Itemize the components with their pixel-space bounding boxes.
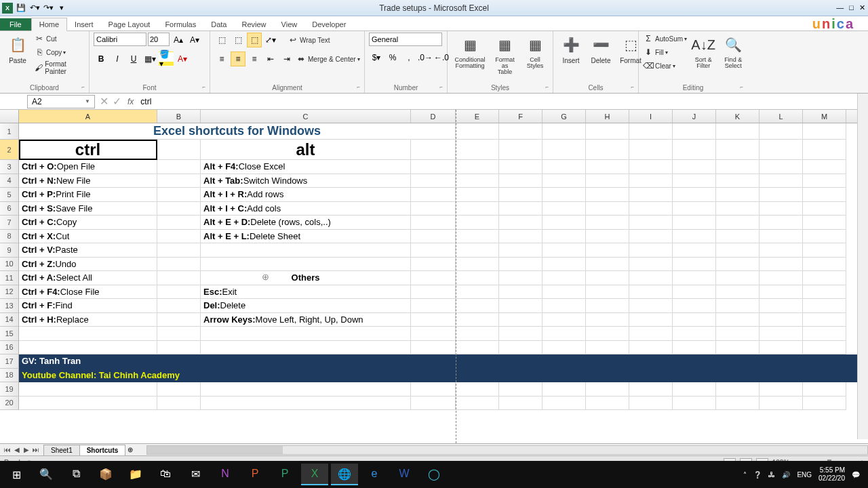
sort-filter-button[interactable]: A↓ZSort & Filter bbox=[690, 33, 717, 70]
row-header-7[interactable]: 7 bbox=[0, 216, 19, 230]
network-icon[interactable]: 🖧 bbox=[768, 471, 775, 479]
cell[interactable]: Ctrl + S: Save File bbox=[19, 202, 157, 216]
fill-color-button[interactable]: 🪣▾ bbox=[159, 52, 174, 66]
cell[interactable] bbox=[157, 271, 201, 285]
first-sheet-button[interactable]: ⏮ bbox=[3, 446, 12, 453]
cell[interactable] bbox=[803, 174, 846, 188]
cell[interactable] bbox=[716, 396, 760, 411]
cell[interactable] bbox=[542, 299, 586, 313]
cell[interactable] bbox=[803, 243, 846, 258]
fill-button[interactable]: ⬇Fill▾ bbox=[643, 46, 687, 58]
cell[interactable] bbox=[499, 313, 542, 327]
cell[interactable] bbox=[716, 299, 760, 313]
developer-tab[interactable]: Developer bbox=[304, 18, 353, 30]
cell[interactable] bbox=[586, 299, 629, 313]
cell[interactable] bbox=[673, 202, 716, 216]
cell[interactable] bbox=[499, 140, 542, 160]
cell[interactable] bbox=[19, 382, 157, 396]
dropbox-icon[interactable]: 📦 bbox=[92, 464, 119, 485]
cell[interactable] bbox=[499, 123, 542, 140]
cell[interactable] bbox=[629, 313, 673, 327]
format-painter-button[interactable]: 🖌Format Painter bbox=[34, 60, 85, 76]
cell[interactable] bbox=[673, 369, 716, 383]
cell[interactable] bbox=[542, 188, 586, 202]
cell[interactable] bbox=[157, 216, 201, 230]
cell[interactable] bbox=[201, 382, 411, 396]
cell[interactable] bbox=[157, 396, 201, 411]
cell[interactable] bbox=[760, 327, 803, 341]
sheet-tab-shortcuts[interactable]: Shortcuts bbox=[79, 445, 126, 455]
cell[interactable] bbox=[542, 123, 586, 140]
autosum-button[interactable]: ΣAutoSum▾ bbox=[643, 33, 687, 45]
excel-taskbar-icon[interactable]: X bbox=[301, 464, 328, 485]
cell[interactable] bbox=[803, 230, 846, 244]
cell[interactable] bbox=[803, 396, 846, 411]
cell[interactable] bbox=[760, 216, 803, 230]
align-top-button[interactable]: ⬚ bbox=[214, 33, 229, 47]
cell[interactable] bbox=[760, 123, 803, 140]
cell[interactable] bbox=[716, 369, 760, 383]
cell[interactable] bbox=[411, 382, 456, 396]
cell[interactable] bbox=[157, 140, 201, 160]
cell[interactable] bbox=[157, 285, 201, 300]
cell[interactable] bbox=[760, 140, 803, 160]
cell[interactable] bbox=[201, 243, 411, 258]
row-header-11[interactable]: 11 bbox=[0, 271, 19, 285]
row-header-4[interactable]: 4 bbox=[0, 174, 19, 188]
cell[interactable] bbox=[499, 382, 542, 396]
col-header-L[interactable]: L bbox=[760, 110, 803, 123]
row-header-2[interactable]: 2 bbox=[0, 140, 19, 160]
cell[interactable] bbox=[629, 202, 673, 216]
align-bottom-button[interactable]: ⬚ bbox=[247, 33, 262, 47]
bold-button[interactable]: B bbox=[94, 52, 108, 66]
cell[interactable] bbox=[456, 123, 499, 140]
cell[interactable] bbox=[499, 285, 542, 300]
cell[interactable] bbox=[673, 341, 716, 355]
cell[interactable] bbox=[411, 285, 456, 300]
review-tab[interactable]: Review bbox=[234, 18, 273, 30]
cell[interactable]: Alt + E + D: Delete (rows, cols,..) bbox=[201, 216, 411, 230]
formula-input[interactable] bbox=[138, 97, 868, 106]
row-header-13[interactable]: 13 bbox=[0, 299, 19, 313]
cell[interactable] bbox=[629, 243, 673, 258]
cell[interactable] bbox=[411, 202, 456, 216]
cell[interactable] bbox=[542, 341, 586, 355]
cell[interactable] bbox=[586, 354, 629, 369]
cell[interactable] bbox=[499, 327, 542, 341]
close-button[interactable]: ✕ bbox=[859, 3, 865, 12]
cell[interactable] bbox=[542, 285, 586, 300]
cell[interactable] bbox=[716, 202, 760, 216]
cell[interactable] bbox=[716, 327, 760, 341]
cell[interactable] bbox=[629, 123, 673, 140]
cell[interactable] bbox=[499, 216, 542, 230]
cell[interactable] bbox=[456, 354, 499, 369]
cell[interactable] bbox=[19, 341, 157, 355]
cell[interactable] bbox=[542, 243, 586, 258]
cell[interactable] bbox=[716, 258, 760, 272]
cell[interactable]: alt bbox=[201, 140, 411, 160]
wrap-text-button[interactable]: ↩Wrap Text bbox=[288, 33, 330, 47]
cell[interactable] bbox=[456, 313, 499, 327]
cell[interactable] bbox=[586, 258, 629, 272]
cell[interactable]: Youtube Channel: Tai Chinh Academy bbox=[19, 369, 456, 383]
name-box[interactable]: A2▼ bbox=[27, 95, 95, 108]
cell[interactable] bbox=[201, 327, 411, 341]
maximize-button[interactable]: □ bbox=[849, 3, 854, 12]
cell[interactable] bbox=[673, 216, 716, 230]
cell[interactable] bbox=[499, 299, 542, 313]
cell[interactable] bbox=[760, 285, 803, 300]
col-header-G[interactable]: G bbox=[542, 110, 586, 123]
cell[interactable] bbox=[157, 202, 201, 216]
cell[interactable] bbox=[586, 188, 629, 202]
cell[interactable]: Ctrl + F: Find bbox=[19, 299, 157, 313]
align-left-button[interactable]: ≡ bbox=[214, 52, 229, 66]
cell[interactable] bbox=[673, 299, 716, 313]
align-middle-button[interactable]: ⬚ bbox=[231, 33, 245, 47]
mail-icon[interactable]: ✉ bbox=[182, 464, 209, 485]
col-header-E[interactable]: E bbox=[456, 110, 499, 123]
cell[interactable]: Ctrl + F4: Close File bbox=[19, 285, 157, 300]
onenote-icon[interactable]: N bbox=[212, 464, 239, 485]
cell[interactable] bbox=[411, 140, 456, 160]
cell[interactable] bbox=[157, 243, 201, 258]
cell[interactable] bbox=[629, 327, 673, 341]
